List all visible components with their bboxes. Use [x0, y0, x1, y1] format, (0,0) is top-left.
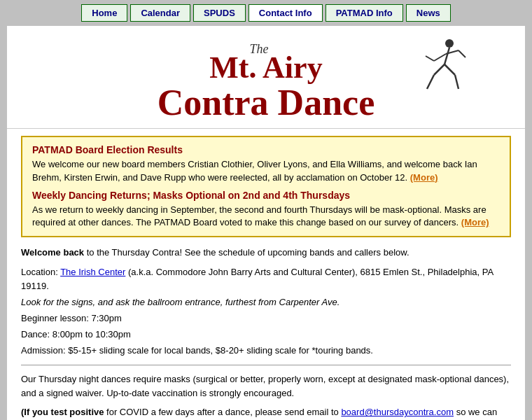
header-title: Mt. Airy: [158, 51, 375, 85]
board-email-link[interactable]: board@thursdaycontra.com: [341, 407, 454, 417]
svg-line-3: [427, 75, 434, 89]
irish-center-link[interactable]: The Irish Center: [60, 267, 125, 277]
divider-1: [21, 365, 511, 365]
svg-line-9: [458, 50, 465, 57]
announcement-1-more[interactable]: (More): [410, 172, 438, 183]
announcement-2-text: As we return to weekly dancing in Septem…: [32, 204, 500, 229]
svg-line-2: [434, 64, 444, 75]
svg-line-5: [455, 75, 458, 89]
svg-line-8: [426, 56, 434, 61]
beginner-text: Beginner lesson: 7:30pm: [21, 312, 511, 326]
svg-point-0: [445, 39, 454, 48]
dance-time-text: Dance: 8:00pm to 10:30pm: [21, 328, 511, 342]
main-wrapper: The Mt. Airy Contra Dance: [7, 26, 525, 420]
announcement-1-heading: PATMAD Board Election Results: [32, 144, 500, 155]
content-area: PATMAD Board Election Results We welcome…: [7, 129, 525, 420]
announcement-2-more[interactable]: (More): [461, 217, 489, 227]
info-block: Location: The Irish Center (a.k.a. Commo…: [21, 265, 511, 358]
nav-patmad[interactable]: PATMAD Info: [326, 4, 403, 22]
announcement-2-heading: Weekly Dancing Returns; Masks Optional o…: [32, 190, 500, 201]
header-subtitle: Contra Dance: [158, 85, 375, 121]
svg-line-1: [444, 48, 449, 64]
location-line: Location: The Irish Center (a.k.a. Commo…: [21, 265, 511, 295]
welcome-text: Welcome back to the Thursday Contra! See…: [21, 246, 511, 260]
svg-line-4: [444, 64, 455, 75]
mask-note: Our Thursday night dances require masks …: [21, 372, 511, 400]
nav-spuds[interactable]: SPUDS: [193, 4, 246, 22]
nav-home[interactable]: Home: [81, 4, 127, 22]
announcement-box: PATMAD Board Election Results We welcome…: [21, 136, 511, 237]
dancer-icon: [413, 36, 469, 109]
directions-text: Look for the signs, and ask the ballroom…: [21, 295, 511, 310]
nav-news[interactable]: News: [406, 4, 451, 22]
nav-contact[interactable]: Contact Info: [248, 4, 323, 22]
nav-calendar[interactable]: Calendar: [130, 4, 190, 22]
svg-line-6: [434, 54, 446, 61]
main-nav: Home Calendar SPUDS Contact Info PATMAD …: [0, 0, 532, 26]
header-the: The: [249, 42, 268, 56]
header-area: The Mt. Airy Contra Dance: [7, 26, 525, 129]
admission-text: Admission: $5-15+ sliding scale for loca…: [21, 344, 511, 358]
covid-note: (If you test positive for COVID a few da…: [21, 405, 511, 420]
announcement-1-text: We welcome our new board members Cristia…: [32, 158, 500, 183]
